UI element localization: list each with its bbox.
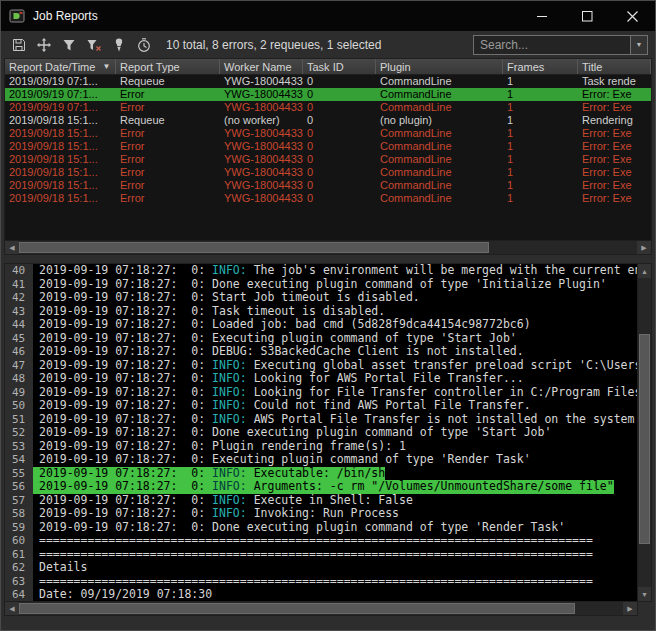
- column-header-plugin[interactable]: Plugin: [376, 59, 503, 74]
- report-row[interactable]: 2019/09/19 07:1...ErrorYWG-18004433720Co…: [5, 101, 651, 114]
- resize-grip[interactable]: [638, 602, 652, 616]
- report-cell: Error: [116, 127, 220, 140]
- log-line[interactable]: 402019-09-19 07:18:27: 0: INFO: The job'…: [5, 264, 637, 278]
- filter-options-button[interactable]: [83, 34, 105, 56]
- maximize-button[interactable]: [565, 1, 610, 31]
- log-line[interactable]: 552019-09-19 07:18:27: 0: INFO: Executab…: [5, 467, 637, 481]
- report-row[interactable]: 2019/09/19 07:1...RequeueYWG-18004433720…: [5, 75, 651, 88]
- log-vertical-scrollbar[interactable]: ▲ ▼: [638, 263, 652, 602]
- log-line[interactable]: 64Date: 09/19/2019 07:18:30: [5, 588, 637, 602]
- scroll-left-button[interactable]: ◀: [5, 602, 19, 615]
- log-line[interactable]: 63======================================…: [5, 575, 637, 589]
- report-row[interactable]: 2019/09/18 15:1...ErrorYWG-18004433720Co…: [5, 179, 651, 192]
- log-line[interactable]: 482019-09-19 07:18:27: 0: INFO: Looking …: [5, 372, 637, 386]
- report-cell: Error: Exe: [578, 140, 651, 153]
- scroll-down-button[interactable]: ▼: [638, 587, 651, 601]
- line-number: 47: [5, 359, 33, 373]
- log-line[interactable]: 452019-09-19 07:18:27: 0: Executing plug…: [5, 332, 637, 346]
- report-cell: Error: [116, 101, 220, 114]
- log-line[interactable]: 432019-09-19 07:18:27: 0: Task timeout i…: [5, 305, 637, 319]
- log-text: 2019-09-19 07:18:27: 0: DEBUG: S3BackedC…: [33, 345, 524, 359]
- scrollbar-track[interactable]: [19, 602, 623, 615]
- log-line[interactable]: 512019-09-19 07:18:27: 0: INFO: AWS Port…: [5, 413, 637, 427]
- pan-view-button[interactable]: [33, 34, 55, 56]
- pin-panel-button[interactable]: [108, 34, 130, 56]
- table-header: Report Date/Time▼Report TypeWorker NameT…: [4, 58, 652, 75]
- scroll-right-button[interactable]: ▶: [637, 241, 651, 254]
- minimize-icon: [537, 11, 548, 22]
- report-row[interactable]: 2019/09/18 15:1...ErrorYWG-18004433720Co…: [5, 127, 651, 140]
- log-info-label: INFO:: [212, 358, 254, 372]
- close-button[interactable]: [610, 1, 655, 31]
- log-view[interactable]: 402019-09-19 07:18:27: 0: INFO: The job'…: [4, 263, 638, 602]
- column-header-task-id[interactable]: Task ID: [303, 59, 376, 74]
- line-number: 57: [5, 494, 33, 508]
- log-line[interactable]: 60======================================…: [5, 534, 637, 548]
- scroll-left-icon: ◀: [9, 605, 14, 613]
- report-cell: (no worker): [220, 114, 303, 127]
- scrollbar-thumb[interactable]: [639, 334, 650, 544]
- log-line[interactable]: 442019-09-19 07:18:27: 0: Loaded job: ba…: [5, 318, 637, 332]
- scrollbar-thumb[interactable]: [19, 603, 575, 614]
- log-line[interactable]: 462019-09-19 07:18:27: 0: DEBUG: S3Backe…: [5, 345, 637, 359]
- search-dropdown-button[interactable]: ▼: [631, 35, 648, 55]
- log-line[interactable]: 472019-09-19 07:18:27: 0: INFO: Executin…: [5, 359, 637, 373]
- log-line[interactable]: 522019-09-19 07:18:27: 0: Done executing…: [5, 426, 637, 440]
- pane-splitter[interactable]: [1, 255, 655, 263]
- line-number: 52: [5, 426, 33, 440]
- scrollbar-thumb[interactable]: [19, 242, 489, 253]
- scroll-up-button[interactable]: ▲: [638, 264, 651, 278]
- report-cell: CommandLine: [376, 166, 503, 179]
- column-header-report-type[interactable]: Report Type: [116, 59, 220, 74]
- column-header-worker-name[interactable]: Worker Name: [220, 59, 303, 74]
- search-input[interactable]: [473, 35, 631, 55]
- report-row[interactable]: 2019/09/18 15:1...ErrorYWG-18004433720Co…: [5, 140, 651, 153]
- report-row[interactable]: 2019/09/18 15:1...Requeue(no worker)0(no…: [5, 114, 651, 127]
- column-header-frames[interactable]: Frames: [503, 59, 578, 74]
- log-line[interactable]: 562019-09-19 07:18:27: 0: INFO: Argument…: [5, 480, 637, 494]
- scrollbar-track[interactable]: [638, 278, 651, 587]
- log-line[interactable]: 62Details: [5, 561, 637, 575]
- log-text: 2019-09-19 07:18:27: 0: Done executing p…: [33, 278, 607, 292]
- log-text: 2019-09-19 07:18:27: 0: INFO: Looking fo…: [33, 372, 524, 386]
- log-line[interactable]: 502019-09-19 07:18:27: 0: INFO: Could no…: [5, 399, 637, 413]
- line-number: 54: [5, 453, 33, 467]
- report-cell: CommandLine: [376, 153, 503, 166]
- report-row[interactable]: 2019/09/18 15:1...ErrorYWG-18004433720Co…: [5, 166, 651, 179]
- log-line[interactable]: 582019-09-19 07:18:27: 0: INFO: Invoking…: [5, 507, 637, 521]
- log-text: 2019-09-19 07:18:27: 0: INFO: Execute in…: [33, 494, 413, 508]
- log-text-segment: 2019-09-19 07:18:27: 0: Task timeout is …: [39, 304, 385, 318]
- timer-button[interactable]: [133, 34, 155, 56]
- report-cell: Error: Exe: [578, 101, 651, 114]
- line-number: 43: [5, 305, 33, 319]
- report-row[interactable]: 2019/09/19 07:1...ErrorYWG-18004433720Co…: [5, 88, 651, 101]
- scroll-left-button[interactable]: ◀: [5, 241, 19, 254]
- scrollbar-track[interactable]: [19, 241, 637, 254]
- filter-icon: [61, 37, 77, 53]
- column-header-title[interactable]: Title: [578, 59, 651, 74]
- scroll-right-icon: ▶: [641, 244, 646, 252]
- report-cell: YWG-1800443372: [220, 101, 303, 114]
- log-line[interactable]: 532019-09-19 07:18:27: 0: Plugin renderi…: [5, 440, 637, 454]
- report-row[interactable]: 2019/09/18 15:1...ErrorYWG-18004433720Co…: [5, 192, 651, 205]
- pin-panel-icon: [111, 37, 127, 53]
- column-header-report-date-time[interactable]: Report Date/Time▼: [5, 59, 116, 74]
- log-line[interactable]: 412019-09-19 07:18:27: 0: Done executing…: [5, 278, 637, 292]
- log-text-segment: 2019-09-19 07:18:27: 0:: [39, 493, 212, 507]
- report-row[interactable]: 2019/09/18 15:1...ErrorYWG-18004433720Co…: [5, 153, 651, 166]
- titlebar[interactable]: Job Reports: [1, 1, 655, 31]
- table-horizontal-scrollbar[interactable]: ◀ ▶: [4, 241, 652, 255]
- report-cell: YWG-1800443372: [220, 192, 303, 205]
- log-line[interactable]: 61======================================…: [5, 548, 637, 562]
- log-line[interactable]: 422019-09-19 07:18:27: 0: Start Job time…: [5, 291, 637, 305]
- log-line[interactable]: 542019-09-19 07:18:27: 0: Executing plug…: [5, 453, 637, 467]
- line-number: 48: [5, 372, 33, 386]
- log-horizontal-scrollbar[interactable]: ◀ ▶: [4, 602, 638, 616]
- minimize-button[interactable]: [520, 1, 565, 31]
- log-line[interactable]: 492019-09-19 07:18:27: 0: INFO: Looking …: [5, 386, 637, 400]
- log-line[interactable]: 572019-09-19 07:18:27: 0: INFO: Execute …: [5, 494, 637, 508]
- filter-button[interactable]: [58, 34, 80, 56]
- save-report-button[interactable]: [8, 34, 30, 56]
- scroll-right-button[interactable]: ▶: [623, 602, 637, 615]
- log-line[interactable]: 592019-09-19 07:18:27: 0: Done executing…: [5, 521, 637, 535]
